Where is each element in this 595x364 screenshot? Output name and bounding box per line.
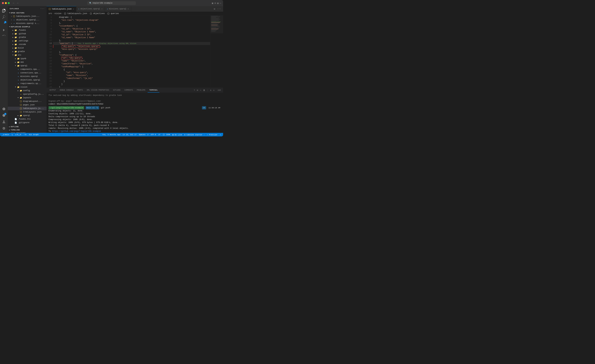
tree-gitignore[interactable]: 📄 .gitignore: [8, 121, 47, 125]
split-editor-button[interactable]: ⊡: [213, 7, 216, 11]
status-position[interactable]: Ln 13, Col 17: [122, 133, 138, 136]
status-prettier[interactable]: ✓ Prettier: [206, 133, 219, 136]
outline-header[interactable]: ▶ OUTLINE: [8, 125, 47, 128]
minimize-button[interactable]: [5, 2, 7, 4]
open-editors-header[interactable]: ▼ OPEN EDITORS: [8, 11, 47, 14]
status-source-control[interactable]: ⑂ 0: [23, 133, 28, 136]
panel-tab-problems[interactable]: PROBLEMS: [135, 88, 147, 93]
tree-github[interactable]: ▶ 📁 .github: [8, 32, 47, 35]
status-tabnine[interactable]: ◈ tabnine starter →: [183, 133, 205, 136]
maximize-button[interactable]: [8, 2, 10, 4]
close-icon-objectives[interactable]: ✕: [11, 19, 12, 21]
tree-layouts[interactable]: ▼ 📁 layouts: [8, 96, 47, 99]
tab-objectives[interactable]: ✦ objectives.sparql ✕: [76, 6, 105, 12]
tree-vision[interactable]: ▼ 📁 vision: [8, 85, 47, 89]
tree-treelayouts[interactable]: {} treeLayouts.json: [8, 110, 47, 114]
tree-components[interactable]: ✦ components.spa...: [8, 68, 47, 71]
more-icon[interactable]: ⋯: [220, 2, 221, 5]
status-errors[interactable]: ⊘ 0 △ 0: [14, 133, 22, 136]
project-header[interactable]: ▼ KEPLER16B-EXAMPLE: [8, 25, 47, 28]
tree-objectives-sparql[interactable]: ✦ objectives.sparql: [8, 78, 47, 82]
java-projects-header[interactable]: ▶ JAVA PROJECTS: [8, 132, 47, 133]
breadcrumb-src[interactable]: src: [49, 13, 52, 15]
tree-gradle[interactable]: ▶ 📁 .gradle: [8, 35, 47, 39]
tree-requirements[interactable]: ✦ requirements.sp...: [8, 82, 47, 85]
timeline-header[interactable]: ▶ TIMELINE: [8, 128, 47, 132]
panel-maximize-icon[interactable]: ∧: [210, 88, 212, 92]
panel-close-icon[interactable]: ✕: [212, 88, 215, 92]
tree-missions-sparql[interactable]: ✦ missions.sparql: [8, 75, 47, 78]
panel-tab-omlvision[interactable]: OML VISION PROPERTIES: [85, 88, 111, 93]
tree-settings[interactable]: ▶ 📁 .settings: [8, 39, 47, 43]
panel-tab-ports[interactable]: PORTS: [76, 88, 85, 93]
tree-config[interactable]: ▶ 📁 config: [8, 89, 47, 92]
sidebar-more-button[interactable]: ···: [40, 7, 45, 10]
panel-tab-debug[interactable]: DEBUG CONSOLE: [58, 88, 75, 93]
tree-tableLayouts[interactable]: {} tableLayouts.js...: [8, 107, 47, 110]
activity-extensions[interactable]: [1, 34, 7, 39]
tab-close-missions[interactable]: ✕: [128, 7, 129, 10]
tree-ipynb[interactable]: ▶ 📁 ipynb: [8, 57, 47, 60]
tree-pagesjson[interactable]: {} pages.json: [8, 103, 47, 107]
panel-tab-terminal[interactable]: TERMINAL: [148, 88, 159, 93]
split-terminal-icon[interactable]: ⊟: [196, 88, 199, 92]
breadcrumb-queries[interactable]: {} queries: [107, 13, 119, 15]
status-attribution[interactable]: You, 5 months ago: [101, 133, 121, 136]
panel-icon[interactable]: ▤: [217, 2, 219, 5]
open-file-tableLayouts[interactable]: ✕ {} tableLayouts.json...: [8, 14, 47, 18]
status-broadcast[interactable]: ↗: [219, 133, 222, 136]
tree-fuseki[interactable]: ▶ 📁 .fuseki: [8, 28, 47, 32]
back-button[interactable]: ←: [12, 1, 15, 5]
activity-run[interactable]: [1, 27, 7, 33]
open-file-missions[interactable]: ✕ ✦ missions.sparql s...: [8, 22, 47, 25]
tree-diagramlayout[interactable]: {} diagramLayout...: [8, 99, 47, 103]
activity-settings[interactable]: [1, 126, 7, 131]
close-icon-missions[interactable]: ✕: [11, 22, 12, 24]
tab-close-objectives[interactable]: ✕: [101, 7, 103, 10]
close-icon-tableLayouts[interactable]: ✕: [11, 15, 12, 17]
status-encoding[interactable]: UTF-8: [150, 133, 157, 136]
title-search-bar[interactable]: 🔍: [87, 1, 136, 5]
status-line-ending[interactable]: LF: [157, 133, 161, 136]
tree-sparqlconfig[interactable]: ✦ sparqlConfig.js...: [8, 92, 47, 96]
tree-sparql[interactable]: ▼ 📁 sparql: [8, 64, 47, 68]
activity-source-control[interactable]: 4: [1, 21, 7, 27]
status-go-live[interactable]: ◉ Go Live: [171, 133, 183, 136]
status-language[interactable]: {} JSON: [162, 133, 171, 136]
tree-oml[interactable]: ▶ 📁 oml: [8, 60, 47, 64]
panel-tab-comments[interactable]: COMMENTS: [123, 88, 135, 93]
close-button[interactable]: [2, 2, 4, 4]
open-file-objectives[interactable]: ✕ ✦ objectives.sparql...: [8, 18, 47, 22]
panel-tab-output[interactable]: OUTPUT: [48, 88, 57, 93]
tree-src[interactable]: ▼ 📁 src: [8, 53, 47, 57]
tree-vscode[interactable]: ▶ 📁 .vscode: [8, 43, 47, 46]
breadcrumb-objectives[interactable]: {} objectives: [90, 13, 105, 15]
more-tabs-button[interactable]: ···: [217, 7, 222, 11]
activity-explorer[interactable]: [1, 8, 7, 14]
terminal-kill-icon[interactable]: 🗑: [203, 88, 206, 92]
sidebar-toggle-icon[interactable]: ▣: [212, 2, 213, 5]
tree-build[interactable]: ▶ 📁 build: [8, 46, 47, 50]
tab-close-tableLayouts[interactable]: ✕: [73, 8, 74, 10]
activity-accounts[interactable]: [1, 119, 7, 125]
search-input[interactable]: [93, 2, 128, 4]
status-git-graph[interactable]: Git Graph: [28, 133, 39, 136]
activity-search[interactable]: [1, 14, 7, 20]
tree-gradle2[interactable]: ▶ 📁 gradle: [8, 50, 47, 53]
activity-remote[interactable]: 2: [1, 112, 7, 118]
forward-button[interactable]: →: [16, 1, 19, 5]
breadcrumb-tableLayouts[interactable]: {} tableLayouts.json: [64, 13, 87, 15]
tree-sparql2[interactable]: ▶ 📁 sparql: [8, 114, 47, 117]
tab-tableLayouts[interactable]: {} tableLayouts.json ✕: [47, 6, 76, 12]
tab-missions[interactable]: ✦ missions.sparql ✕: [105, 6, 131, 12]
status-sync[interactable]: ↻: [11, 133, 14, 136]
tree-connections[interactable]: ✦ connections.spa...: [8, 71, 47, 75]
breadcrumb-vision[interactable]: vision: [55, 13, 61, 15]
terminal-more-icon[interactable]: ⋯: [199, 88, 202, 92]
new-terminal-icon[interactable]: +: [193, 88, 196, 92]
status-branch[interactable]: ⎇ main: [1, 133, 10, 136]
tree-fuseki-ttl[interactable]: 📄 .fuseki.ttl: [8, 117, 47, 121]
panel-tab-gitlens[interactable]: GITLENS: [111, 88, 122, 93]
activity-testing[interactable]: [1, 106, 7, 112]
layout-icon[interactable]: ⊟: [215, 2, 216, 5]
